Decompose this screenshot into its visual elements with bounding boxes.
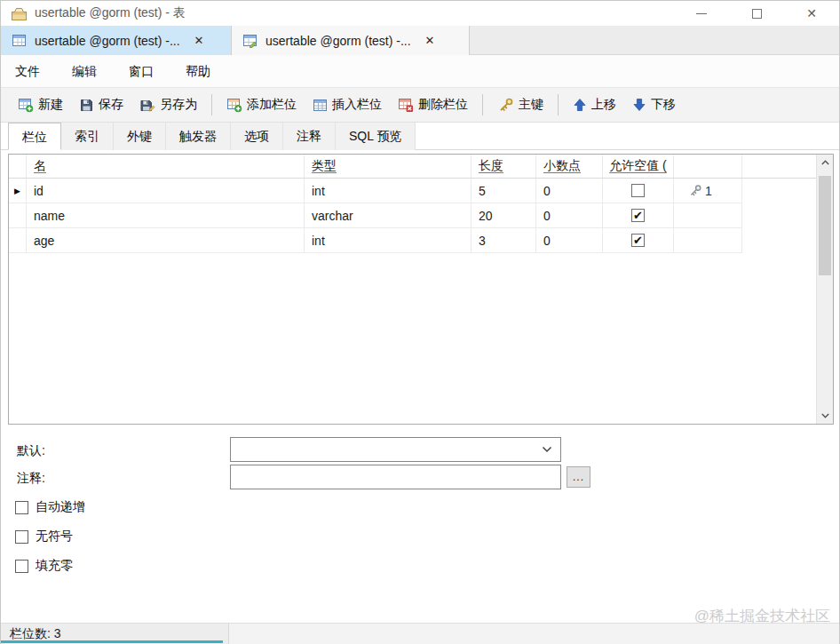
title-bar: usertable @gorm (test) - 表 ✕ [1,1,839,26]
header-label: 小数点 [543,158,581,174]
button-label: 下移 [651,97,676,113]
zerofill-option[interactable]: 填充零 [15,558,73,574]
tab-sql-preview[interactable]: SQL 预览 [336,123,416,150]
toolbar-separator [558,94,559,115]
field-decimal-cell[interactable]: 0 [536,203,603,228]
field-decimal-cell[interactable]: 0 [536,228,603,253]
move-up-button[interactable]: 上移 [565,91,624,118]
move-down-button[interactable]: 下移 [624,91,684,118]
default-label: 默认: [17,443,45,459]
button-label: 上移 [591,97,616,113]
field-decimal-cell[interactable]: 0 [536,179,603,203]
minimize-icon [696,13,707,14]
table-icon [12,33,27,48]
field-name-cell[interactable]: age [27,228,305,253]
field-type-cell[interactable]: varchar [305,203,472,228]
field-length-cell[interactable]: 3 [472,228,536,253]
unsigned-option[interactable]: 无符号 [15,529,73,545]
toolbar-separator [211,94,212,115]
row-selector-cell[interactable]: ▶ [9,179,27,203]
nullable-checkbox[interactable]: ✔ [631,234,645,247]
field-length-cell[interactable]: 5 [472,179,536,203]
doc-tab-design[interactable]: usertable @gorm (test) -... ✕ [232,26,470,55]
field-nullable-cell[interactable]: ✔ [603,228,674,253]
grid-header-row: 名 类型 长度 小数点 允许空值 ( [9,155,816,179]
field-name-cell[interactable]: name [27,203,305,228]
menu-help[interactable]: 帮助 [173,59,223,83]
primary-key-button[interactable]: 主键 [489,91,551,118]
button-label: 新建 [38,97,63,113]
row-selector-cell[interactable] [9,203,27,228]
table-delete-icon [398,97,414,113]
save-as-button[interactable]: 另存为 [131,91,205,118]
header-nullable[interactable]: 允许空值 ( [603,155,674,178]
field-row: name varchar 20 0 ✔ [9,203,816,228]
doc-tab-close-icon[interactable]: ✕ [194,34,204,47]
nullable-checkbox[interactable] [631,184,645,197]
tab-fields[interactable]: 栏位 [8,123,61,150]
header-label: 长度 [479,158,503,174]
header-decimal[interactable]: 小数点 [536,155,603,178]
field-nullable-cell[interactable]: ✔ [603,203,674,228]
field-key-cell: 1 [674,179,742,203]
field-name-cell[interactable]: id [27,179,305,203]
field-type-cell[interactable]: int [305,228,472,253]
new-button[interactable]: 新建 [10,91,71,118]
primary-key-icon [688,184,702,197]
auto-increment-checkbox[interactable] [15,501,28,514]
unsigned-checkbox[interactable] [15,530,28,544]
tab-indexes[interactable]: 索引 [61,123,114,150]
default-combobox[interactable] [230,437,561,462]
header-label: 允许空值 ( [609,158,667,174]
header-label: 名 [34,158,46,174]
tab-comment[interactable]: 注释 [283,123,336,150]
close-icon: ✕ [806,6,817,20]
menu-file[interactable]: 文件 [3,59,52,83]
header-selector [9,155,27,178]
insert-field-button[interactable]: 插入栏位 [305,91,390,118]
header-label: 类型 [312,158,337,174]
nullable-checkbox[interactable]: ✔ [631,209,645,222]
auto-increment-option[interactable]: 自动递增 [15,499,85,515]
add-field-button[interactable]: 添加栏位 [218,91,305,118]
table-add-icon [226,97,242,113]
field-nullable-cell[interactable] [603,179,674,203]
doc-tab-close-icon[interactable]: ✕ [425,34,435,47]
close-button[interactable]: ✕ [784,1,839,26]
browse-button[interactable]: ... [567,466,590,488]
menu-edit[interactable]: 编辑 [59,59,109,83]
toolbar-separator [482,94,483,115]
key-icon [497,97,514,113]
field-key-cell [674,203,742,228]
header-name[interactable]: 名 [27,155,305,178]
document-tab-bar: usertable @gorm (test) -... ✕ usertable … [1,26,839,55]
row-filler [742,203,816,228]
scroll-down-icon[interactable] [817,408,833,424]
row-selector-cell[interactable] [9,228,27,253]
field-type-cell[interactable]: int [305,179,472,203]
menu-window[interactable]: 窗口 [116,59,166,83]
header-type[interactable]: 类型 [305,155,472,178]
table-new-icon [18,97,34,113]
button-label: 保存 [99,97,123,113]
tab-options[interactable]: 选项 [231,123,283,150]
vertical-scrollbar[interactable] [816,155,833,424]
delete-field-button[interactable]: 删除栏位 [390,91,476,118]
minimize-button[interactable] [674,1,729,26]
save-button[interactable]: 保存 [71,91,131,118]
header-length[interactable]: 长度 [472,155,536,178]
doc-tab-table[interactable]: usertable @gorm (test) -... ✕ [1,26,232,55]
tab-triggers[interactable]: 触发器 [166,123,231,150]
save-icon [79,98,94,113]
row-filler [742,179,816,203]
scroll-up-icon[interactable] [817,155,833,171]
comment-input[interactable] [230,465,561,489]
table-insert-icon [313,98,328,113]
grid-main: 名 类型 长度 小数点 允许空值 ( ▶ id int 5 0 [9,155,816,424]
maximize-button[interactable] [729,1,784,26]
zerofill-checkbox[interactable] [15,560,28,573]
field-length-cell[interactable]: 20 [472,203,536,228]
scrollbar-thumb[interactable] [819,176,831,275]
tab-foreign-keys[interactable]: 外键 [114,123,166,150]
row-filler [742,228,816,253]
